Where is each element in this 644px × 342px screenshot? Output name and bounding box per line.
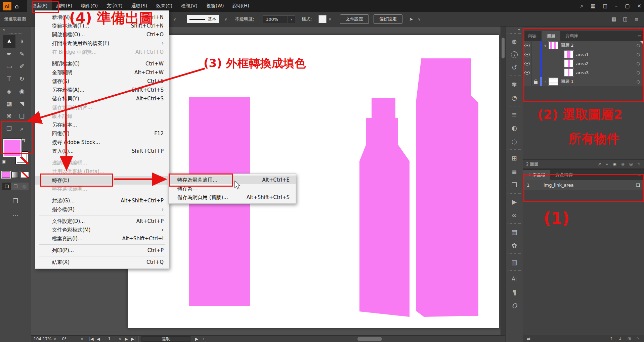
workspace-switcher-icon[interactable]: ▦ [591,3,595,9]
menu-item-search-adobe-stock[interactable]: 搜尋 Adobe Stock... [35,138,169,147]
layer-row-locked[interactable]: › 圖層 1 ○ [523,77,644,86]
target-circle-icon[interactable]: ○ [637,43,640,48]
tool-artboard[interactable]: ❐ [3,122,15,135]
collapse-tools-icon[interactable]: « [0,26,31,32]
menu-item-close[interactable]: 關閉檔案(C)Ctrl+W [35,59,169,68]
brushes-panel-icon[interactable]: ✿ [506,239,523,252]
more-tools-icon[interactable]: … [0,210,31,217]
new-artboard-icon[interactable]: ⊞ [628,336,631,341]
draw-inside-mode[interactable]: ◍ [20,183,29,190]
menu-item-save-as[interactable]: 另存新檔(A)...Shift+Ctrl+S [35,86,169,94]
object-thumbnail[interactable] [564,51,573,58]
screen-mode-icon[interactable]: ❐ [0,197,31,204]
control-panel-menu-icon[interactable]: ≡ [634,16,639,22]
dock-gripper[interactable] [508,270,521,271]
artboard-name[interactable]: img_link_area [544,183,636,188]
color-mode-fill[interactable] [2,172,10,178]
home-icon[interactable]: ⌂ [15,3,18,10]
new-sublayer-icon[interactable]: ⊕ [621,162,625,166]
opacity-input[interactable]: 100% [263,15,288,23]
menu-item-save-for-web[interactable]: 儲存為網頁用 (舊版)...Alt+Shift+Ctrl+S [169,193,296,202]
menu-item-new[interactable]: 新增(N)...Ctrl+N [35,13,169,21]
tool-width[interactable]: ❋ [3,110,15,122]
dock-gripper[interactable] [508,33,521,34]
object-name[interactable]: area1 [576,52,589,57]
opacity-more-button[interactable]: › [288,15,295,23]
layer-row-object[interactable]: area2 ○ [523,59,644,68]
maximize-button[interactable]: ▢ [625,3,630,9]
layer-thumbnail[interactable] [549,78,558,85]
chevron-down-icon[interactable]: ∨ [418,17,421,21]
tool-eraser[interactable]: ◈ [3,85,15,97]
pathfinder-panel-icon[interactable]: ❒ [506,178,523,192]
layer-row-object[interactable]: area1 ○ [523,50,644,59]
menu-item-revert[interactable]: 回復(V)F12 [35,129,169,138]
menu-item-export-for-screens[interactable]: 轉存為螢幕適用...Alt+Ctrl+E [169,176,296,184]
rotation-select[interactable]: 0° ∨ [59,336,86,342]
opacity-label[interactable]: 不透明度: [235,16,254,22]
vertical-scrollbar-thumb[interactable] [502,38,505,58]
menu-item-new-from-template[interactable]: 從範本新增(T)...Shift+Ctrl+N [35,21,169,30]
menu-item-exit[interactable]: 結束(X)Ctrl+Q [35,258,169,266]
collect-export-icon[interactable]: ↗ [598,162,601,166]
color-panel-icon[interactable]: ✾ [506,78,523,91]
layer-row-object[interactable]: area3 ○ [523,68,644,77]
tab-properties[interactable]: 內容 [523,31,542,41]
lock-toggle[interactable] [532,77,540,86]
artboards-panel-icon[interactable]: ▦ [506,225,523,239]
chevron-down-icon[interactable]: ∨ [542,44,549,47]
collapse-dock-icon[interactable]: « [506,26,523,32]
transform-panel-icon[interactable]: ⊞ [506,151,523,165]
layer-row-group[interactable]: ∨ 圖層 2 ○ [523,41,644,50]
select-similar-icon[interactable]: ➤ [409,16,413,22]
paragraph-panel-icon[interactable]: ¶ [506,286,523,299]
tool-rotate[interactable]: ↻ [15,72,28,85]
object-thumbnail[interactable] [564,69,573,76]
menu-item-export-selection[interactable]: 轉存選取範圍... [35,185,169,193]
menu-item-share-for-review[interactable]: 共用以供審核 (Beta)... [35,167,169,176]
menu-window[interactable]: 視窗(W) [202,0,228,12]
tool-curvature[interactable]: ✎ [15,48,28,60]
menu-item-scripts[interactable]: 指令檔(R)› [35,205,169,214]
last-artboard-icon[interactable]: ▶| [131,337,136,341]
chevron-down-icon[interactable]: ∨ [119,337,121,341]
swap-fill-stroke-icon[interactable]: ⇆ [22,137,26,143]
close-button[interactable]: ✕ [637,3,641,9]
visibility-toggle[interactable] [523,68,532,77]
dock-layout-icon[interactable]: ◫ [623,16,628,22]
dock-gripper[interactable] [508,106,521,106]
draw-behind-mode[interactable]: ❐ [11,183,20,190]
rearrange-artboards-icon[interactable]: ⇄ [527,336,530,341]
lock-toggle[interactable] [532,50,540,59]
actions-panel-icon[interactable]: ▶ [506,195,523,208]
chevron-down-icon[interactable]: ∨ [224,17,227,21]
menu-item-save[interactable]: 儲存(S)Ctrl+S [35,77,169,86]
dock-gripper[interactable] [508,149,521,150]
lock-toggle[interactable] [532,68,540,77]
document-setup-button[interactable]: 文件設定 [340,14,369,24]
vertical-scrollbar[interactable] [501,26,505,335]
menu-item-file-info[interactable]: 檔案資訊(I)...Alt+Shift+Ctrl+I [35,234,169,243]
style-swatch[interactable] [318,15,327,23]
tool-eyedropper[interactable]: ◥ [15,97,28,110]
new-layer-icon[interactable]: ⊞ [629,162,633,166]
first-artboard-icon[interactable]: |◀ [89,337,93,341]
align-panel-icon[interactable]: ≣ [506,165,523,178]
minimize-button[interactable]: – [615,3,618,9]
tab-layers[interactable]: 圖層 [542,31,560,41]
tool-pen[interactable]: ✒ [3,48,15,60]
stroke-style-select[interactable]: 基本 [187,15,219,23]
dock-gripper[interactable] [508,253,521,254]
preferences-button[interactable]: 偏好設定 [374,14,402,24]
menu-view[interactable]: 檢視(V) [177,0,202,12]
history-panel-icon[interactable]: ↺ [506,61,523,74]
menu-item-version-history[interactable]: 版本記錄 [35,112,169,120]
snap-grid-icon[interactable]: ▦ [611,16,616,22]
tool-paintbrush[interactable]: ✐ [15,60,28,72]
target-circle-icon[interactable]: ○ [637,52,640,57]
color-guide-panel-icon[interactable]: ◔ [506,91,523,104]
target-circle-icon[interactable]: ○ [637,70,640,75]
tool-selection[interactable]: ➤ [3,35,15,48]
menu-item-close-all[interactable]: 全部關閉Alt+Ctrl+W [35,68,169,77]
character-panel-icon[interactable]: A| [506,272,523,286]
